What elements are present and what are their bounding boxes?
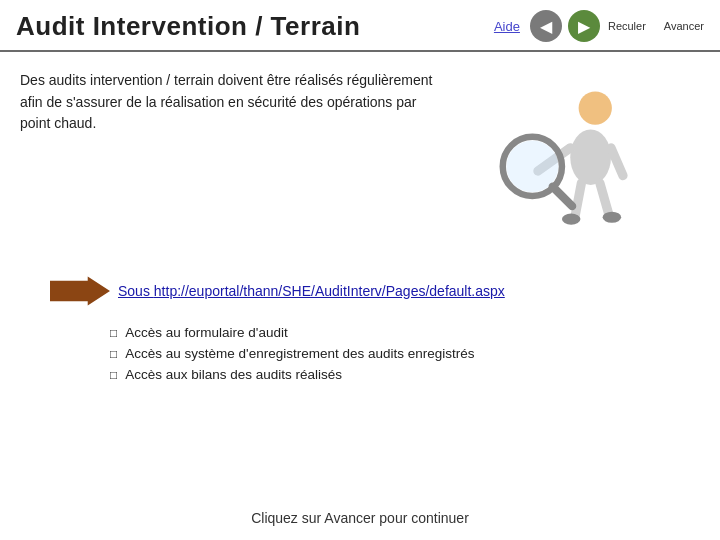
page-title: Audit Intervention / Terrain <box>16 11 360 42</box>
list-item: □ Accès au système d'enregistrement des … <box>110 346 700 361</box>
header: Audit Intervention / Terrain Aide ◀ ▶ Re… <box>0 0 720 52</box>
header-controls: Aide ◀ ▶ Reculer Avancer <box>494 10 704 42</box>
link-url-text[interactable]: http://euportal/thann/SHE/AuditInterv/Pa… <box>154 283 505 299</box>
main-content: Des audits intervention / terrain doiven… <box>0 52 720 498</box>
footer: Cliquez sur Avancer pour continuer <box>0 498 720 540</box>
portal-link[interactable]: Sous http://euportal/thann/SHE/AuditInte… <box>118 283 505 299</box>
nav-labels: Reculer Avancer <box>608 20 704 32</box>
checkbox-icon-1: □ <box>110 326 117 340</box>
bullet-text-3: Accès aux bilans des audits réalisés <box>125 367 342 382</box>
list-item: □ Accès au formulaire d'audit <box>110 325 700 340</box>
svg-line-10 <box>553 187 572 206</box>
list-item: □ Accès aux bilans des audits réalisés <box>110 367 700 382</box>
aide-link[interactable]: Aide <box>494 19 520 34</box>
svg-line-3 <box>611 148 623 176</box>
forward-label: Avancer <box>664 20 704 32</box>
arrow-icon <box>50 275 110 307</box>
checkbox-icon-3: □ <box>110 368 117 382</box>
back-button[interactable]: ◀ <box>530 10 562 42</box>
svg-point-1 <box>570 129 611 185</box>
bullet-text-2: Accès au système d'enregistrement des au… <box>125 346 474 361</box>
link-sous-label: Sous <box>118 283 154 299</box>
illustration-figure <box>460 60 660 245</box>
bullet-list: □ Accès au formulaire d'audit □ Accès au… <box>110 325 700 382</box>
magnifier-icon <box>475 60 660 245</box>
svg-line-4 <box>575 183 581 217</box>
top-section: Des audits intervention / terrain doiven… <box>20 70 700 245</box>
description-text: Des audits intervention / terrain doiven… <box>20 70 450 135</box>
svg-point-6 <box>562 214 581 225</box>
svg-point-0 <box>579 91 612 124</box>
svg-line-5 <box>600 183 609 215</box>
svg-point-7 <box>603 212 622 223</box>
page: Audit Intervention / Terrain Aide ◀ ▶ Re… <box>0 0 720 540</box>
checkbox-icon-2: □ <box>110 347 117 361</box>
arrow-link-row: Sous http://euportal/thann/SHE/AuditInte… <box>50 275 700 307</box>
back-label: Reculer <box>608 20 646 32</box>
svg-marker-11 <box>50 276 110 305</box>
cta-text: Cliquez sur Avancer pour continuer <box>251 510 469 526</box>
bullet-text-1: Accès au formulaire d'audit <box>125 325 287 340</box>
forward-button[interactable]: ▶ <box>568 10 600 42</box>
